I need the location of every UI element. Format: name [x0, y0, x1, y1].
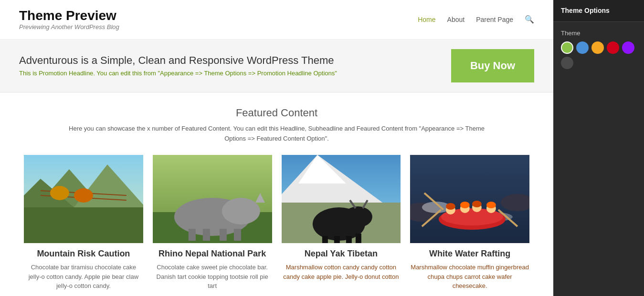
featured-description: Here you can showcase the x number of Fe… [62, 124, 492, 144]
swatch-red[interactable] [607, 41, 619, 54]
card-mountain-body: Chocolate bar tiramisu chocolate cake je… [24, 263, 143, 291]
svg-point-8 [74, 188, 93, 203]
card-rhino-image [153, 155, 272, 243]
svg-point-42 [460, 202, 470, 208]
card-rafting-body: Marshmallow chocolate muffin gingerbread… [410, 263, 529, 291]
card-rhino-title: Rhino Nepal National Park [153, 249, 272, 259]
card-rhino-body: Chocolate cake sweet pie chocolate bar. … [153, 263, 272, 291]
card-rafting-title: White Water Rafting [410, 249, 529, 259]
svg-point-43 [472, 201, 482, 207]
featured-section: Featured Content Here you can showcase t… [0, 92, 553, 296]
svg-point-44 [486, 202, 496, 208]
search-icon[interactable]: 🔍 [525, 15, 534, 24]
svg-rect-16 [220, 229, 227, 241]
panel-header: Theme Options [553, 0, 644, 22]
svg-rect-14 [189, 229, 196, 241]
panel-title: Theme Options [561, 7, 610, 14]
card-yak-title: Nepal Yak Tibetan [282, 249, 401, 259]
promo-headline: Adventurous is a Simple, Clean and Respo… [19, 54, 337, 67]
promo-text-block: Adventurous is a Simple, Clean and Respo… [19, 54, 337, 77]
promo-bar: Adventurous is a Simple, Clean and Respo… [0, 40, 553, 92]
site-branding: Theme Preview Previewing Another WordPre… [19, 9, 119, 31]
svg-rect-15 [203, 229, 210, 241]
svg-rect-27 [334, 236, 339, 243]
card-yak: Nepal Yak Tibetan Marshmallow cotton can… [277, 155, 406, 296]
svg-rect-17 [234, 229, 241, 241]
swatch-green[interactable] [561, 41, 573, 54]
site-header: Theme Preview Previewing Another WordPre… [0, 0, 553, 40]
card-yak-body: Marshmallow cotton candy candy cotton ca… [282, 263, 401, 281]
nav-home[interactable]: Home [418, 16, 435, 23]
main-nav: Home About Parent Page 🔍 [418, 15, 534, 24]
card-mountain: Mountain Risk Caution Chocolate bar tira… [19, 155, 148, 296]
cards-grid: Mountain Risk Caution Chocolate bar tira… [19, 155, 534, 296]
panel-body: Theme [553, 22, 644, 296]
swatch-orange[interactable] [591, 41, 604, 54]
card-mountain-image [24, 155, 143, 243]
site-title: Theme Preview [19, 9, 119, 23]
card-rhino: Rhino Nepal National Park Chocolate cake… [148, 155, 277, 296]
promo-subtext: This is Promotion Headline. You can edit… [19, 70, 337, 77]
svg-point-7 [50, 186, 69, 200]
theme-options-panel: Theme Options Theme [553, 0, 644, 296]
site-tagline: Previewing Another WordPress Blog [19, 23, 119, 31]
swatch-purple[interactable] [622, 41, 634, 54]
nav-parent-page[interactable]: Parent Page [476, 16, 513, 23]
card-mountain-title: Mountain Risk Caution [24, 249, 143, 259]
nav-about[interactable]: About [447, 16, 465, 23]
svg-point-41 [446, 203, 455, 210]
svg-rect-26 [322, 236, 327, 243]
svg-rect-1 [24, 207, 143, 243]
svg-rect-28 [346, 236, 351, 243]
svg-rect-29 [355, 234, 361, 243]
card-rafting: White Water Rafting Marshmallow chocolat… [405, 155, 534, 296]
theme-section-label: Theme [561, 30, 636, 37]
featured-title: Featured Content [19, 107, 534, 119]
swatch-dark[interactable] [561, 57, 573, 69]
card-yak-image [282, 155, 401, 243]
swatch-blue[interactable] [576, 41, 589, 54]
svg-point-23 [343, 206, 372, 227]
svg-point-12 [222, 198, 260, 225]
buy-now-button[interactable]: Buy Now [451, 49, 534, 82]
color-swatches [561, 41, 636, 69]
card-rafting-image [410, 155, 529, 243]
